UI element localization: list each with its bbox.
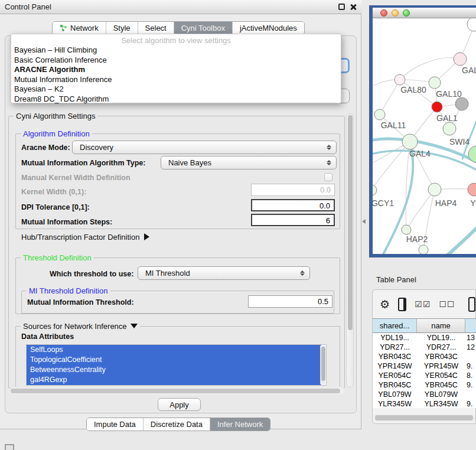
table-hscroll-thumb[interactable] xyxy=(375,415,473,420)
network-node[interactable] xyxy=(428,183,441,196)
network-node[interactable] xyxy=(395,74,405,85)
zoom-traffic-light[interactable] xyxy=(403,9,410,17)
algorithm-option[interactable]: Bayesian – K2 xyxy=(11,84,341,94)
table-cell: YBR043C xyxy=(417,352,465,361)
tab-style[interactable]: Style xyxy=(106,22,138,34)
table-panel-toolbar: ⚙ ☑☑ ☐☐ xyxy=(373,290,475,318)
splitter-collapse-icon[interactable] xyxy=(362,219,366,224)
tab-network[interactable]: Network xyxy=(53,22,106,34)
network-node[interactable] xyxy=(443,122,456,135)
list-scroll-thumb[interactable] xyxy=(321,347,325,381)
table-row[interactable]: YER054CYER054C8. xyxy=(373,371,476,380)
select-all-icon[interactable]: ☑☑ xyxy=(415,299,431,309)
network-node[interactable] xyxy=(373,185,377,195)
network-node[interactable] xyxy=(419,245,428,254)
tab-impute-data[interactable]: Impute Data xyxy=(87,418,144,431)
attribute-list-item[interactable]: SelfLoops xyxy=(27,345,321,355)
network-node[interactable] xyxy=(455,97,468,110)
float-icon[interactable] xyxy=(338,4,345,10)
node-table: shared... name YDL19...YDL19...13YDR27..… xyxy=(373,318,476,408)
tab-cyni-toolbox[interactable]: Cyni Toolbox xyxy=(174,22,233,34)
partial-window-icon[interactable] xyxy=(5,444,14,450)
node-label: Y xyxy=(470,198,476,208)
tab-jactivemnodules[interactable]: jActiveMNodules xyxy=(233,22,304,34)
algorithm-option[interactable]: Basic Correlation Inference xyxy=(11,56,341,66)
settings-horizontal-scrollbar[interactable] xyxy=(9,387,345,394)
network-node[interactable] xyxy=(402,225,411,234)
mi-steps-field[interactable]: 6 xyxy=(251,214,335,226)
algorithm-option-selected[interactable]: ARACNE Algorithm xyxy=(11,65,341,75)
table-cell: YBL079W xyxy=(373,390,417,399)
column-header-shared-name[interactable]: shared... xyxy=(373,319,417,332)
table-row[interactable]: YPR145WYPR145W9. xyxy=(373,361,476,371)
table-row[interactable]: YDL19...YDL19...13 xyxy=(373,333,476,343)
table-row[interactable]: YBR043CYBR043C xyxy=(373,352,476,361)
mi-threshold-field[interactable]: 0.5 xyxy=(248,295,332,308)
settings-vscroll-thumb[interactable] xyxy=(348,115,353,330)
dpi-tolerance-field[interactable]: 0.0 xyxy=(251,199,335,211)
hub-definition-expander[interactable]: Hub/Transcription Factor Definition xyxy=(21,233,149,242)
network-nodes xyxy=(373,18,476,254)
table-cell: YDL19... xyxy=(373,333,417,343)
network-node[interactable] xyxy=(432,102,442,112)
mi-algorithm-type-select[interactable]: Naive Bayes xyxy=(161,156,337,169)
network-node[interactable] xyxy=(429,77,441,89)
node-label: GAL11 xyxy=(381,120,406,130)
table-row[interactable]: YBR045CYBR045C9. xyxy=(373,380,476,390)
table-cell xyxy=(465,352,476,361)
network-node[interactable] xyxy=(468,183,476,196)
table-cell: YER054C xyxy=(417,371,465,380)
network-node[interactable] xyxy=(402,134,418,149)
settings-group-title: Cyni Algorithm Settings xyxy=(14,112,97,120)
tab-discretize-data[interactable]: Discretize Data xyxy=(144,418,210,431)
algorithm-option[interactable]: Dream8 DC_TDC Algorithm xyxy=(11,94,341,105)
node-label: GAL4 xyxy=(409,149,431,158)
aracne-mode-select[interactable]: Discovery xyxy=(72,141,337,154)
bottom-tabbar: Impute Data Discretize Data Infer Networ… xyxy=(86,418,270,431)
network-node[interactable] xyxy=(454,53,467,66)
attribute-list-item[interactable]: BetweennessCentrality xyxy=(27,365,321,375)
attribute-list-item[interactable]: gal4RGexp xyxy=(27,375,321,385)
manual-kernel-checkbox[interactable] xyxy=(324,173,332,181)
stepper-arrows-icon xyxy=(327,145,331,150)
table-horizontal-scrollbar[interactable] xyxy=(373,414,475,422)
table-cell: YLR345W xyxy=(373,399,417,408)
table-cell: YDR27... xyxy=(417,343,465,352)
mi-threshold-label: Mutual Information Threshold: xyxy=(27,298,134,306)
which-threshold-select[interactable]: MI Threshold xyxy=(138,266,310,280)
network-canvas[interactable]: GALGAL80GAL10GAL1GAL11SWI4GAL4GCY1HAP4YH… xyxy=(373,18,476,254)
close-icon[interactable] xyxy=(350,4,357,11)
table-cell: 12 xyxy=(465,343,476,352)
data-attributes-list[interactable]: SelfLoopsTopologicalCoefficientBetweenne… xyxy=(26,344,327,386)
algorithm-dropdown-placeholder: Select algorithm to view settings xyxy=(11,35,341,45)
document-icon[interactable] xyxy=(468,297,475,312)
gear-icon[interactable]: ⚙ xyxy=(380,299,390,310)
control-panel-titlebar: Control Panel xyxy=(0,0,361,14)
tab-select[interactable]: Select xyxy=(138,22,174,34)
attribute-list-item[interactable]: TopologicalCoefficient xyxy=(27,355,321,365)
table-row[interactable]: YLR345WYLR345W9. xyxy=(373,399,476,408)
settings-hscroll-thumb[interactable] xyxy=(11,389,340,393)
settings-vertical-scrollbar[interactable] xyxy=(346,113,354,387)
table-row[interactable]: YDR27...YDR27...12 xyxy=(373,343,476,352)
column-header-partial[interactable] xyxy=(465,319,476,332)
deselect-all-icon[interactable]: ☐☐ xyxy=(439,299,455,309)
close-traffic-light[interactable] xyxy=(380,9,387,17)
algorithm-option[interactable]: Bayesian – Hill Climbing xyxy=(11,45,341,56)
kernel-width-field[interactable]: 0.0 xyxy=(251,184,335,196)
sources-expander[interactable]: Sources for Network Inference xyxy=(21,322,140,331)
apply-button[interactable]: Apply xyxy=(158,398,201,411)
algorithm-option[interactable]: Mutual Information Inference xyxy=(11,75,341,85)
table-cell: YBR045C xyxy=(373,380,417,390)
table-row[interactable]: YBL079WYBL079W xyxy=(373,390,476,399)
network-node[interactable] xyxy=(467,18,476,31)
control-panel-title: Control Panel xyxy=(5,2,51,11)
tab-infer-network[interactable]: Infer Network xyxy=(210,418,270,431)
network-node[interactable] xyxy=(374,109,385,120)
column-header-name[interactable]: name xyxy=(417,319,465,332)
minimize-traffic-light[interactable] xyxy=(392,9,399,17)
list-vertical-scrollbar[interactable] xyxy=(320,345,325,384)
stepper-arrows-icon xyxy=(300,270,305,276)
column-layout-icon[interactable] xyxy=(398,298,406,311)
table-body: YDL19...YDL19...13YDR27...YDR27...12YBR0… xyxy=(373,333,476,408)
